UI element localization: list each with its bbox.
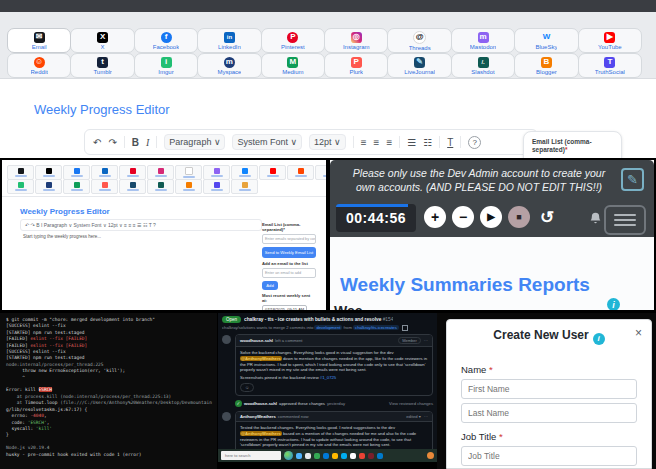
mini-tab[interactable] <box>315 165 326 180</box>
job-title-field[interactable] <box>461 446 637 466</box>
tab-bluesky[interactable]: WBlueSky <box>514 28 578 53</box>
tab-threads[interactable]: @Threads <box>387 28 451 53</box>
mini-tab[interactable] <box>119 165 146 180</box>
taskbar-app-icon[interactable] <box>332 453 338 459</box>
mini-tab[interactable] <box>63 179 90 194</box>
close-icon[interactable]: × <box>635 326 642 340</box>
mini-add-button[interactable]: Add <box>262 281 278 290</box>
mini-tab[interactable] <box>35 165 62 180</box>
taskbar-app-icon[interactable] <box>314 453 320 459</box>
text-color-icon[interactable]: T <box>447 137 453 148</box>
info-icon[interactable]: i <box>607 298 620 310</box>
bell-icon[interactable] <box>589 211 602 229</box>
mini-tab[interactable] <box>147 165 174 180</box>
mini-tab[interactable] <box>175 165 202 180</box>
align-left-icon[interactable]: ≡ <box>361 137 367 148</box>
undo-icon[interactable]: ↶ <box>93 137 101 148</box>
view-reviewed-changes-link[interactable]: View reviewed changes <box>389 401 433 406</box>
tab-mastodon[interactable]: mMastodon <box>451 28 515 53</box>
timer-stop-button[interactable]: ■ <box>508 206 530 228</box>
taskbar-search-input[interactable]: here to search <box>221 451 281 460</box>
timer-plus-button[interactable]: + <box>424 206 446 228</box>
taskbar-app-icon[interactable] <box>341 453 347 459</box>
kebab-menu-icon[interactable]: ··· <box>424 414 428 419</box>
emoji-reaction-button[interactable]: ☺ <box>240 383 254 392</box>
tab-livejournal[interactable]: ✎LiveJournal <box>387 53 451 78</box>
taskbar-app-icon[interactable] <box>305 453 311 459</box>
align-center-icon[interactable]: ≡ <box>374 137 380 148</box>
bullet-list-icon[interactable]: ☰ <box>407 137 416 148</box>
tab-facebook[interactable]: fFacebook <box>134 28 198 53</box>
mini-tab[interactable] <box>119 179 146 194</box>
info-icon[interactable]: i <box>593 333 605 345</box>
kebab-menu-icon[interactable]: ··· <box>424 338 428 343</box>
avatar[interactable] <box>222 412 231 421</box>
mini-tab[interactable] <box>91 179 118 194</box>
mini-tab[interactable] <box>175 179 202 194</box>
user-mention[interactable]: @AnthonyWeathers <box>240 431 282 436</box>
mini-tab[interactable] <box>7 179 34 194</box>
tab-blogger[interactable]: BBlogger <box>514 53 578 78</box>
user-mention[interactable]: @AnthonyWeathers <box>240 356 282 361</box>
tab-imgur[interactable]: iImgur <box>134 53 198 78</box>
tab-tumblr[interactable]: tTumblr <box>70 53 134 78</box>
tab-medium[interactable]: MMedium <box>261 53 325 78</box>
pr-link[interactable]: #1_0725 <box>320 375 336 380</box>
align-right-icon[interactable]: ≡ <box>386 137 392 148</box>
mini-tab[interactable] <box>63 165 90 180</box>
mini-tab[interactable] <box>35 179 62 194</box>
taskbar-app-icon[interactable] <box>359 453 365 459</box>
redo-icon[interactable]: ↷ <box>108 137 116 148</box>
mini-tab[interactable] <box>91 165 118 180</box>
mini-add-input[interactable]: Enter an email to add <box>262 268 316 278</box>
timer-minus-button[interactable]: − <box>452 206 474 228</box>
mini-tab[interactable] <box>7 165 34 180</box>
edited-dropdown[interactable]: edited ▾ <box>406 414 421 419</box>
tab-linkedin[interactable]: inLinkedIn <box>197 28 261 53</box>
tab-instagram[interactable]: ◎Instagram <box>324 28 388 53</box>
taskbar-app-icon[interactable] <box>296 453 302 459</box>
paragraph-select[interactable]: Paragraph ∨ <box>164 134 225 150</box>
head-branch-pill[interactable]: chalkray/tts-icecreates <box>353 325 399 330</box>
mini-editor-text[interactable]: Start typing the weekly progress here... <box>23 234 101 239</box>
font-family-select[interactable]: System Font ∨ <box>232 134 302 150</box>
tab-youtube[interactable]: ▶YouTube <box>578 28 642 53</box>
font-size-select[interactable]: 12pt ∨ <box>309 134 346 150</box>
comment-author[interactable]: AnthonyWeathers <box>240 414 276 419</box>
tab-slashdot[interactable]: /.Slashdot <box>451 53 515 78</box>
tab-x[interactable]: XX <box>70 28 134 53</box>
comment-author[interactable]: woodhouse-schl <box>240 338 273 343</box>
last-name-field[interactable] <box>461 403 637 423</box>
timer-reset-button[interactable]: ↺ <box>536 206 558 228</box>
avatar[interactable] <box>222 335 231 344</box>
tab-email[interactable]: ✉Email <box>7 28 71 53</box>
edit-pencil-icon[interactable]: ✎ <box>621 168 644 191</box>
base-branch-pill[interactable]: development <box>314 325 342 330</box>
copy-icon[interactable] <box>402 325 408 331</box>
hamburger-menu-button[interactable] <box>604 205 646 235</box>
taskbar-app-icon[interactable] <box>323 453 329 459</box>
timer-play-button[interactable]: ▶ <box>480 206 502 228</box>
mini-tab[interactable] <box>231 165 258 180</box>
mini-send-button[interactable]: Send to Weekly Email List <box>262 247 316 258</box>
help-icon[interactable]: ? <box>468 136 481 149</box>
taskbar-app-icon[interactable] <box>368 453 374 459</box>
tab-reddit[interactable]: ☺Reddit <box>7 53 71 78</box>
bold-button[interactable]: B <box>132 137 139 148</box>
mini-tab[interactable] <box>231 179 258 194</box>
mini-tab[interactable] <box>259 165 286 180</box>
tab-plurk[interactable]: PPlurk <box>324 53 388 78</box>
tray-icon[interactable] <box>427 452 434 459</box>
taskbar-app-icon[interactable] <box>350 453 356 459</box>
mini-tab[interactable] <box>287 165 314 180</box>
mini-tab[interactable] <box>203 179 230 194</box>
numbered-list-icon[interactable]: ☷ <box>423 137 432 148</box>
tab-truthsocial[interactable]: TTruthSocial <box>578 53 642 78</box>
italic-button[interactable]: I <box>146 137 149 148</box>
mini-email-input[interactable]: Enter emails separated by commas <box>262 234 316 244</box>
mini-tab[interactable] <box>147 179 174 194</box>
mini-tab[interactable] <box>203 165 230 180</box>
cortana-icon[interactable] <box>284 451 293 460</box>
tab-myspace[interactable]: mMyspace <box>197 53 261 78</box>
tab-pinterest[interactable]: PPinterest <box>261 28 325 53</box>
